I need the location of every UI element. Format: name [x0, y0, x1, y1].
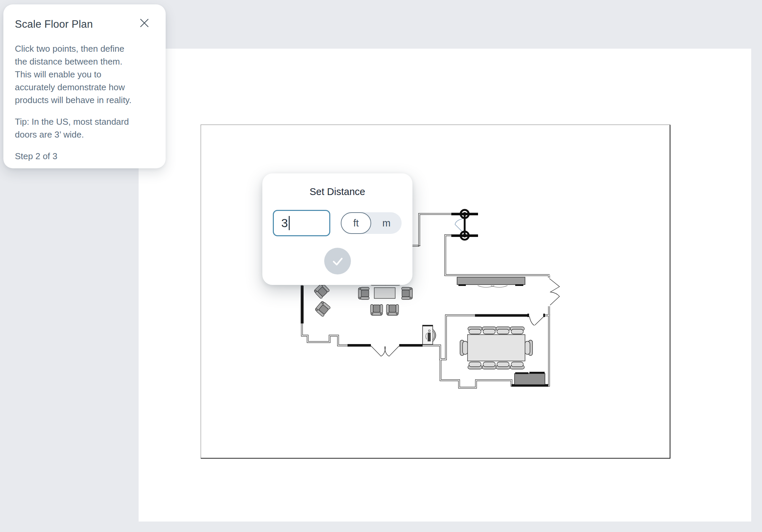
dining-table — [468, 335, 525, 361]
armchair — [402, 287, 412, 299]
close-button[interactable] — [139, 17, 150, 29]
dining-chair — [510, 327, 524, 334]
scale-floor-plan-card: Scale Floor Plan Click two points, then … — [3, 4, 166, 168]
unit-option-ft[interactable]: ft — [341, 212, 371, 234]
distance-value: 3 — [281, 216, 288, 230]
measurement-point-2[interactable] — [461, 232, 469, 240]
text-cursor — [289, 216, 290, 230]
dining-chair — [496, 362, 510, 369]
armchair — [371, 305, 383, 315]
card-tip: Tip: In the US, most standard doors are … — [15, 115, 153, 141]
checkmark-icon — [330, 254, 345, 269]
dining-chair — [525, 340, 533, 355]
card-title: Scale Floor Plan — [15, 19, 93, 30]
dining-chair — [468, 362, 482, 369]
body-line: Click two points, then define — [15, 42, 153, 55]
unit-m-label: m — [382, 218, 390, 229]
body-line: the distance between them. — [15, 55, 153, 68]
dialog-title: Set Distance — [262, 186, 412, 197]
measurement-point-1[interactable] — [461, 210, 469, 218]
body-line: This will enable you to — [15, 68, 153, 81]
card-body: Click two points, then define the distan… — [15, 42, 153, 106]
unit-toggle: ft m — [341, 212, 402, 234]
armchair — [386, 305, 399, 315]
dining-chair — [496, 327, 510, 334]
tip-line: doors are 3’ wide. — [15, 128, 153, 141]
distance-input[interactable]: 3 — [273, 210, 330, 236]
armchair — [358, 287, 369, 299]
coffee-table — [374, 288, 395, 298]
app-page: Set Distance 3 ft m Scale Floor Pla — [0, 0, 762, 532]
close-icon — [140, 19, 149, 27]
body-line: products will behave in reality. — [15, 94, 153, 106]
credenza — [515, 372, 545, 385]
confirm-button[interactable] — [324, 248, 351, 274]
dining-chair — [510, 362, 524, 369]
tip-line: Tip: In the US, most standard — [15, 115, 153, 128]
dining-chair — [482, 362, 496, 369]
set-distance-dialog: Set Distance 3 ft m — [262, 173, 412, 285]
unit-option-m[interactable]: m — [371, 212, 402, 234]
body-line: accurately demonstrate how — [15, 81, 153, 94]
dining-chair — [482, 327, 496, 334]
dining-chair — [468, 327, 482, 334]
dining-chair — [460, 340, 468, 355]
unit-ft-label: ft — [353, 218, 359, 229]
step-indicator: Step 2 of 3 — [15, 150, 153, 163]
